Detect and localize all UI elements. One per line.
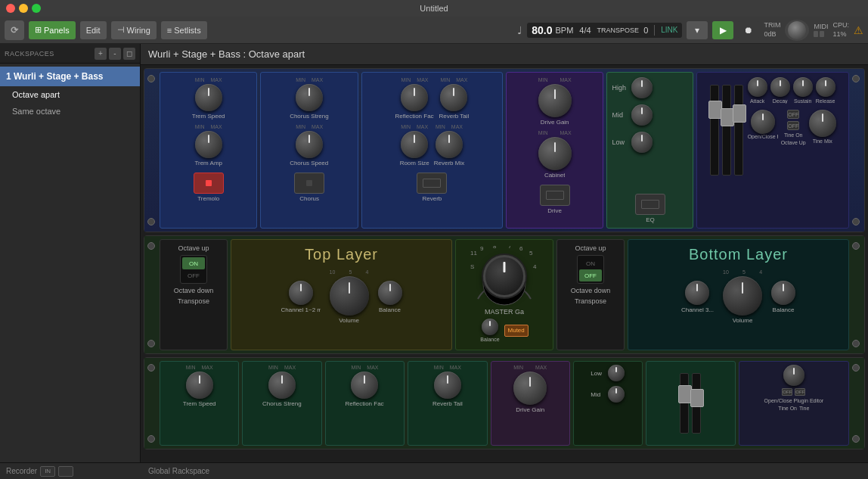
- bpm-value[interactable]: 80.0: [532, 24, 552, 36]
- attack-knob[interactable]: [748, 77, 767, 97]
- tine-mix-knob[interactable]: [809, 110, 836, 137]
- trem-speed-knob[interactable]: [195, 84, 222, 111]
- wiring-button[interactable]: ⊣ Wiring: [111, 21, 157, 39]
- drive-toggle[interactable]: [540, 185, 570, 206]
- b-reflection-knob[interactable]: [351, 372, 378, 399]
- decay-knob[interactable]: [770, 77, 790, 97]
- eq-toggle[interactable]: [635, 194, 665, 215]
- tine-off-button[interactable]: OFF: [787, 121, 799, 130]
- record-button[interactable]: ⏺: [738, 21, 759, 39]
- bottom-channel-knob[interactable]: [685, 281, 709, 305]
- left-octave-off[interactable]: OFF: [182, 269, 205, 281]
- sidebar-subitem-same-octave[interactable]: Same octave: [0, 103, 140, 120]
- reverb-tail-knob[interactable]: [440, 84, 467, 111]
- global-rackspace-label: Global Rackspace: [148, 467, 209, 475]
- add-rackspace-button[interactable]: +: [95, 48, 107, 60]
- chorus-toggle-container: Chorus: [294, 173, 324, 202]
- chorus-speed-knob[interactable]: [296, 131, 323, 158]
- master-mute-button[interactable]: Muted: [504, 325, 529, 337]
- tremolo-knobs: MINMAX Trem Speed: [192, 77, 225, 120]
- fader-2[interactable]: [722, 85, 731, 176]
- top-channel-knob[interactable]: [289, 281, 313, 305]
- edit-button[interactable]: Edit: [80, 21, 107, 39]
- recorder-out-button[interactable]: [58, 466, 73, 477]
- right-octave-off[interactable]: OFF: [579, 269, 602, 281]
- panels-button[interactable]: ⊞ Panels: [29, 21, 76, 39]
- tuner-icon[interactable]: ♩: [517, 24, 522, 36]
- b-fader-1[interactable]: [680, 373, 689, 434]
- b-plugin-knob[interactable]: [783, 365, 804, 386]
- b-tine-off-2[interactable]: OFF: [795, 388, 805, 396]
- bottom-balance-knob[interactable]: [771, 281, 795, 305]
- bpm-unit: BPM: [555, 26, 573, 35]
- sidebar-item-wurli[interactable]: 1 Wurli + Stage + Bass: [0, 67, 140, 86]
- recorder-in-button[interactable]: IN: [40, 466, 55, 477]
- top-balance-knob[interactable]: [378, 281, 402, 305]
- room-size-knob[interactable]: [401, 131, 428, 158]
- eq-mid-knob[interactable]: [631, 104, 653, 126]
- b-chorus-knob[interactable]: [268, 372, 296, 399]
- left-octave-on[interactable]: ON: [182, 257, 205, 269]
- bottom-volume-knob[interactable]: [723, 276, 762, 316]
- room-size-container: MINMAX Room Size: [400, 124, 429, 166]
- bottom-balance-label: Balance: [773, 306, 795, 313]
- b-eq-low-knob[interactable]: [608, 365, 625, 381]
- sidebar-subitem-octave-apart[interactable]: Octave apart: [0, 86, 140, 103]
- remove-rackspace-button[interactable]: -: [109, 48, 121, 60]
- chorus-streng-knob[interactable]: [296, 84, 323, 111]
- time-sig: 4/4: [579, 26, 591, 35]
- tine-section: Attack Decay Sustain: [696, 72, 849, 229]
- left-octave-switch[interactable]: ON OFF: [180, 255, 207, 284]
- b-fader-2-thumb[interactable]: [690, 389, 704, 407]
- sustain-knob[interactable]: [793, 77, 813, 97]
- maximize-button[interactable]: [32, 4, 41, 13]
- plugin-editor-knob[interactable]: [751, 110, 775, 134]
- right-octave-on[interactable]: ON: [579, 257, 602, 269]
- volume-knob[interactable]: [785, 20, 809, 41]
- setlists-button[interactable]: ≡ Setlists: [161, 21, 207, 39]
- fader-3-thumb[interactable]: [733, 104, 746, 123]
- b-drive-knob[interactable]: [513, 372, 547, 405]
- arrow-down-button[interactable]: ▾: [687, 21, 708, 39]
- b-trem-speed-knob[interactable]: [186, 372, 213, 399]
- fader-2-thumb[interactable]: [721, 108, 734, 126]
- close-button[interactable]: [6, 4, 15, 13]
- chorus-led: [306, 180, 312, 186]
- rack-screws-right: [852, 72, 861, 229]
- fader-3[interactable]: [734, 85, 743, 176]
- cabinet-knob[interactable]: [538, 137, 572, 170]
- duplicate-rackspace-button[interactable]: ◻: [123, 48, 135, 60]
- b-tine-off-1[interactable]: OFF: [782, 388, 792, 396]
- b-eq-mid-knob[interactable]: [608, 386, 625, 403]
- tine-on-off-button[interactable]: OFF: [787, 110, 799, 119]
- reverb-mix-knob[interactable]: [436, 131, 463, 158]
- recorder-bar: Recorder IN: [0, 462, 141, 479]
- rack-screws-left: [147, 72, 157, 229]
- top-volume-knob[interactable]: [330, 276, 369, 316]
- top-layer-section: Top Layer Channel 1~2 mute 1054 Volume: [231, 239, 452, 350]
- eq-low-knob[interactable]: [631, 132, 653, 153]
- drive-gain-knob[interactable]: [538, 84, 572, 117]
- reverb-toggle[interactable]: [417, 173, 447, 194]
- master-gain-knob[interactable]: [483, 255, 525, 297]
- tremolo-toggle[interactable]: [194, 173, 224, 194]
- b-drive-label: Drive Gain: [516, 406, 544, 413]
- chorus-toggle[interactable]: [294, 173, 324, 194]
- b-fader-2[interactable]: [692, 373, 701, 434]
- trem-amp-knob[interactable]: [195, 131, 222, 158]
- b-reverb-knob[interactable]: [434, 372, 461, 399]
- tine-on-container: OFF OFF Tine On Octave Up: [781, 110, 806, 145]
- play-button[interactable]: ▶: [712, 21, 733, 39]
- tremolo-toggle-label: Tremolo: [194, 195, 224, 202]
- decay-label: Decay: [773, 98, 788, 104]
- fader-1-thumb[interactable]: [708, 101, 722, 119]
- right-octave-switch[interactable]: ON OFF: [577, 255, 604, 284]
- b-tine-labels: Tine On Tine: [778, 406, 809, 411]
- link-button[interactable]: LINK: [661, 26, 677, 34]
- reflection-knob[interactable]: [401, 84, 428, 111]
- fader-1[interactable]: [710, 85, 719, 176]
- master-balance-knob[interactable]: [482, 319, 498, 335]
- release-knob[interactable]: [816, 77, 835, 97]
- eq-high-knob[interactable]: [631, 77, 653, 98]
- minimize-button[interactable]: [19, 4, 28, 13]
